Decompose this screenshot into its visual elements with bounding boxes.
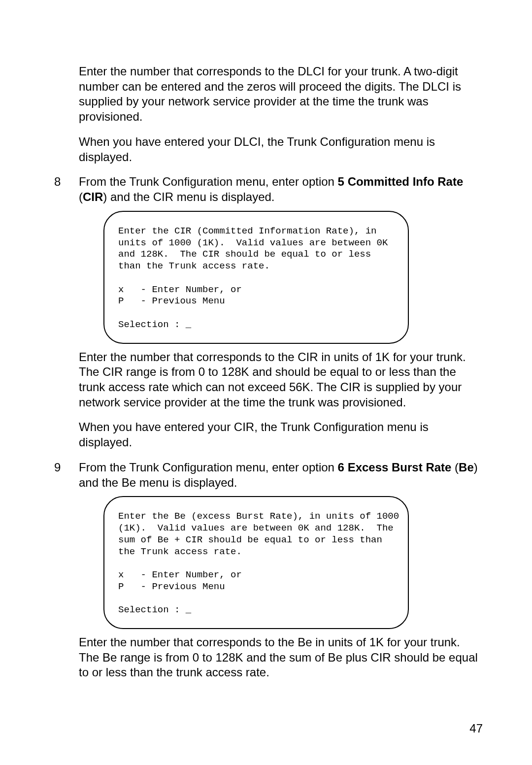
step-8-option-label: 5 Committed Info Rate bbox=[338, 175, 464, 188]
paragraph-dlci-result: When you have entered your DLCI, the Tru… bbox=[79, 134, 483, 165]
paragraph-cir-result: When you have entered your CIR, the Trun… bbox=[79, 420, 483, 450]
document-page: Enter the number that corresponds to the… bbox=[0, 0, 532, 765]
step-9-text: From the Trunk Configuration menu, enter… bbox=[79, 460, 483, 490]
step-8-lead: From the Trunk Configuration menu, enter… bbox=[79, 175, 338, 188]
paragraph-be-instruction: Enter the number that corresponds to the… bbox=[79, 635, 483, 680]
step-8-mid: ( bbox=[79, 190, 83, 203]
page-number: 47 bbox=[469, 722, 483, 735]
step-9-lead: From the Trunk Configuration menu, enter… bbox=[79, 461, 338, 474]
step-8-abbrev: CIR bbox=[83, 190, 103, 203]
paragraph-dlci-instruction: Enter the number that corresponds to the… bbox=[79, 64, 483, 125]
terminal-be-menu: Enter the Be (excess Burst Rate), in uni… bbox=[103, 496, 409, 629]
step-number-8: 8 bbox=[54, 174, 79, 204]
step-8-text: From the Trunk Configuration menu, enter… bbox=[79, 174, 483, 204]
step-9-row: 9 From the Trunk Configuration menu, ent… bbox=[54, 460, 483, 490]
step-8-row: 8 From the Trunk Configuration menu, ent… bbox=[54, 174, 483, 204]
step-number-9: 9 bbox=[54, 460, 79, 490]
step-9-abbrev: Be bbox=[459, 461, 474, 474]
step-9-option-label: 6 Excess Burst Rate bbox=[338, 461, 452, 474]
step-9-mid: ( bbox=[451, 461, 459, 474]
terminal-cir-menu: Enter the CIR (Committed Information Rat… bbox=[103, 211, 409, 344]
paragraph-cir-instruction: Enter the number that corresponds to the… bbox=[79, 350, 483, 410]
step-8-tail: ) and the CIR menu is displayed. bbox=[103, 190, 274, 203]
